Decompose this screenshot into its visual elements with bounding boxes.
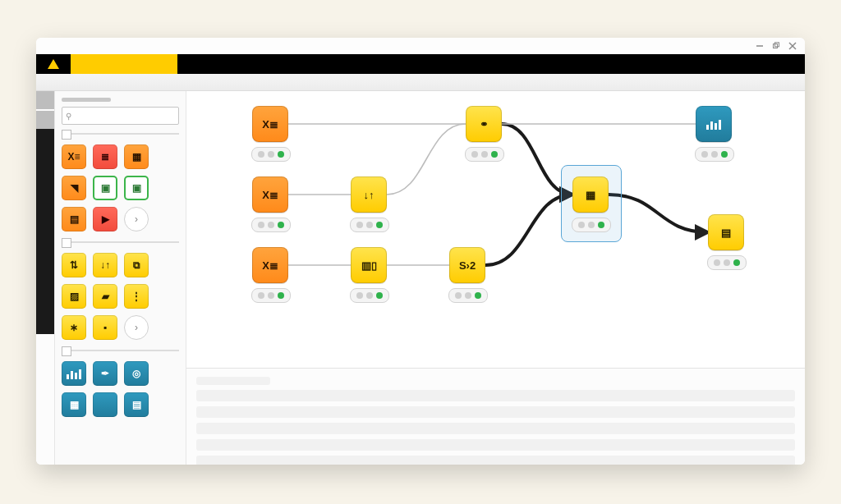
- tool-db-reader[interactable]: ◥: [62, 176, 86, 200]
- tool-glyph-icon: X≣: [262, 259, 278, 272]
- tool-glyph-icon: ⋮: [131, 291, 141, 302]
- tool-glyph-icon: ▤: [721, 227, 731, 239]
- app-window: ⚲ X≡≣▦◥▣▣▤▶›⇅↓↑⧉▨▰⋮∗▪›✒◎▦▤ X≣X≣X≣↓↑▥▯S›2…: [36, 38, 805, 465]
- workflow-canvas[interactable]: X≣X≣X≣↓↑▥▯S›2⚭▦▤: [186, 91, 805, 368]
- node-status-n3[interactable]: [251, 288, 291, 303]
- tool-split[interactable]: ⋮: [124, 284, 149, 309]
- status-dot-idle-icon: [588, 222, 595, 228]
- status-dot-executed-icon: [721, 151, 728, 158]
- tool-scatter-plot[interactable]: ◎: [124, 361, 149, 386]
- results-row[interactable]: [196, 456, 795, 465]
- header-accent: [71, 54, 177, 74]
- tool-concat[interactable]: ▰: [93, 284, 117, 309]
- tool-excel-reader[interactable]: X≡: [62, 144, 86, 169]
- connection-n6-n8[interactable]: [485, 195, 572, 265]
- results-row[interactable]: [196, 406, 795, 418]
- toolbar-ribbon[interactable]: [36, 74, 805, 91]
- results-row[interactable]: [196, 423, 795, 434]
- tool-glyph-icon: ▦: [132, 151, 141, 163]
- search-input[interactable]: [74, 111, 182, 121]
- connection-n4-n7[interactable]: [387, 124, 466, 195]
- node-status-n1[interactable]: [251, 147, 291, 162]
- status-dot-idle-icon: [455, 292, 462, 299]
- rail-tab-2[interactable]: [36, 111, 54, 129]
- tool-glyph-icon: ▤: [132, 399, 141, 410]
- tool-line-chart[interactable]: ✒: [93, 361, 117, 386]
- status-dot-idle-icon: [356, 222, 363, 228]
- tool-sort[interactable]: ↓↑: [93, 253, 117, 277]
- minimize-icon: [756, 42, 764, 50]
- app-header: [36, 54, 805, 74]
- tool-groupby[interactable]: ▨: [62, 284, 86, 309]
- expand-group-io[interactable]: ›: [124, 207, 149, 231]
- group-slider-transform[interactable]: [62, 346, 179, 355]
- tool-join[interactable]: ⧉: [124, 253, 149, 277]
- node-status-n8[interactable]: [572, 218, 611, 232]
- tool-glyph-icon: ▣: [132, 182, 141, 194]
- connection-n8-n10[interactable]: [609, 195, 708, 232]
- node-excel-reader[interactable]: X≣: [252, 106, 288, 142]
- node-status-n6[interactable]: [448, 288, 488, 303]
- tool-json-reader[interactable]: ▣: [93, 176, 117, 200]
- tool-glyph-icon: ⇅: [70, 259, 78, 271]
- node-status-n4[interactable]: [350, 218, 389, 232]
- node-excel-reader[interactable]: X≣: [252, 176, 288, 213]
- rail-tab-1[interactable]: [36, 91, 54, 109]
- zoom-slider-1[interactable]: [62, 130, 179, 138]
- chevron-right-icon: ›: [135, 322, 138, 333]
- status-dot-idle-icon: [268, 151, 274, 158]
- node-status-n10[interactable]: [707, 255, 747, 270]
- tool-palette: ⚲ X≡≣▦◥▣▣▤▶›⇅↓↑⧉▨▰⋮∗▪›✒◎▦▤: [55, 91, 186, 465]
- tool-file-browser[interactable]: ▤: [62, 207, 86, 231]
- node-column-filter[interactable]: ▥▯: [351, 247, 387, 283]
- minimize-button[interactable]: [754, 40, 765, 52]
- node-status-n9[interactable]: [695, 147, 734, 162]
- brand-logo[interactable]: [36, 54, 71, 74]
- node-join[interactable]: ⚭: [466, 106, 502, 142]
- tool-math[interactable]: ∗: [62, 315, 86, 340]
- tool-glyph-icon: ▦: [586, 189, 595, 201]
- restore-icon: [772, 42, 780, 50]
- restore-button[interactable]: [770, 40, 782, 52]
- tool-rule[interactable]: ▪: [93, 315, 117, 340]
- tool-blank-view[interactable]: [93, 392, 117, 417]
- status-dot-executed-icon: [278, 222, 284, 228]
- tool-glyph-icon: ▶: [102, 213, 109, 225]
- results-panel[interactable]: [186, 368, 805, 465]
- group-slider-io[interactable]: [62, 238, 179, 246]
- status-dot-executed-icon: [598, 222, 604, 228]
- tool-glyph-icon: ≣: [101, 151, 109, 163]
- node-pivot[interactable]: ▦: [572, 176, 609, 213]
- results-row[interactable]: [196, 390, 795, 401]
- tool-xml-reader[interactable]: ▣: [124, 176, 149, 200]
- close-button[interactable]: [787, 40, 798, 52]
- expand-group-transform[interactable]: ›: [124, 315, 149, 340]
- node-status-n5[interactable]: [350, 288, 389, 303]
- tool-group-io: X≡≣▦◥▣▣▤▶›: [62, 144, 179, 231]
- node-table-view[interactable]: ▤: [708, 214, 744, 250]
- node-excel-reader[interactable]: X≣: [252, 247, 288, 283]
- tool-csv-reader[interactable]: ≣: [93, 144, 117, 169]
- node-bar-chart[interactable]: [696, 106, 732, 142]
- node-status-n2[interactable]: [251, 218, 291, 232]
- tool-filter[interactable]: ⇅: [62, 253, 86, 277]
- status-dot-executed-icon: [491, 151, 498, 158]
- status-dot-executed-icon: [376, 292, 383, 299]
- tool-table-view[interactable]: ▤: [124, 392, 149, 417]
- status-dot-idle-icon: [268, 222, 274, 228]
- tool-glyph-icon: ◥: [71, 182, 78, 194]
- status-dot-idle-icon: [714, 259, 720, 266]
- search-input-wrap[interactable]: ⚲: [62, 107, 179, 125]
- tool-table-reader[interactable]: ▦: [124, 144, 149, 169]
- results-row[interactable]: [196, 439, 795, 451]
- tool-writer[interactable]: ▶: [93, 207, 117, 231]
- node-status-n7[interactable]: [465, 147, 504, 162]
- status-dot-executed-icon: [733, 259, 740, 266]
- tool-glyph-icon: ↓↑: [100, 259, 110, 271]
- tool-heatmap[interactable]: ▦: [62, 392, 86, 417]
- node-sort[interactable]: ↓↑: [351, 176, 387, 213]
- tool-group-transform: ⇅↓↑⧉▨▰⋮∗▪›: [62, 253, 179, 340]
- status-dot-idle-icon: [258, 292, 264, 299]
- tool-bar-chart[interactable]: [62, 361, 86, 386]
- node-string-to-number[interactable]: S›2: [449, 247, 485, 283]
